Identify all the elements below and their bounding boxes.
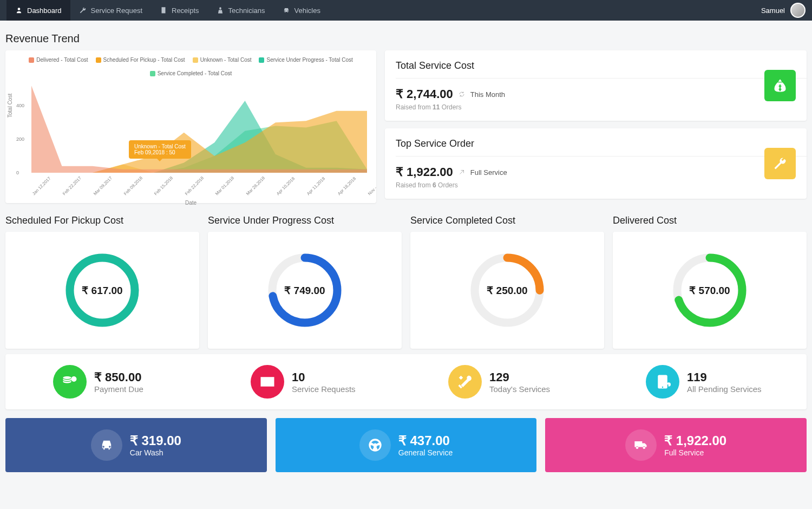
nav-left: DashboardService RequestReceiptsTechnici… [6, 0, 329, 21]
tile-car-wash[interactable]: ₹ 319.00Car Wash [5, 418, 267, 472]
chart-xlabel: Date [12, 200, 370, 206]
donut-block: Delivered Cost₹ 570.00 [613, 207, 807, 349]
total-service-sub: This Month [470, 90, 505, 99]
nav-vehicles[interactable]: Vehicles [274, 0, 329, 21]
tile-value: ₹ 1,922.00 [664, 433, 726, 448]
donut-value: ₹ 250.00 [470, 253, 545, 328]
donut-block: Scheduled For Pickup Cost₹ 617.00 [5, 207, 199, 349]
donut-card[interactable]: ₹ 749.00 [208, 232, 402, 349]
wrench-icon [79, 6, 87, 14]
stats-row: ₹ 850.00Payment Due10Service Requests129… [5, 354, 807, 409]
coins-icon [53, 365, 87, 399]
ytick: 200 [16, 136, 24, 142]
chart-tooltip: Unknown - Total Cost Feb 09,2018 : 50 [129, 140, 191, 159]
stat-label: All Pending Services [687, 384, 762, 394]
total-service-note: Raised from 11 Orders [396, 103, 764, 111]
badge-icon [217, 6, 224, 14]
nav-receipts[interactable]: Receipts [151, 0, 208, 21]
donut-title: Service Completed Cost [410, 215, 604, 226]
donut-value: ₹ 749.00 [267, 253, 342, 328]
mail-icon [251, 365, 284, 399]
tile-value: ₹ 319.00 [130, 433, 181, 448]
stat-service-requests[interactable]: 10Service Requests [208, 365, 406, 399]
wheel-icon [359, 429, 391, 461]
donut-value: ₹ 617.00 [65, 253, 140, 328]
legend-item[interactable]: Service Under Progress - Total Cost [259, 57, 352, 63]
donuts-row: Scheduled For Pickup Cost₹ 617.00Service… [5, 207, 807, 349]
total-service-heading: Total Service Cost [396, 60, 808, 79]
top-order-sub: Full Service [470, 168, 507, 177]
total-service-value: ₹ 2,744.00 [396, 87, 453, 101]
tile-general-service[interactable]: ₹ 437.00General Service [276, 418, 537, 472]
nav-service-request[interactable]: Service Request [70, 0, 151, 21]
user-name: Samuel [761, 6, 785, 15]
legend-item[interactable]: Delivered - Total Cost [29, 57, 88, 63]
arrow-up-right-icon [459, 169, 465, 175]
top-order-heading: Top Service Order [396, 138, 808, 156]
nav-technicians[interactable]: Technicians [208, 0, 274, 21]
donut-title: Delivered Cost [613, 215, 807, 226]
tooltip-title: Unknown - Total Cost [134, 143, 186, 149]
stat-value: 129 [489, 370, 550, 384]
donut-block: Service Completed Cost₹ 250.00 [410, 207, 604, 349]
donut-card[interactable]: ₹ 250.00 [410, 232, 604, 349]
stat-today-s-services[interactable]: 129Today's Services [406, 365, 604, 399]
total-service-card[interactable]: Total Service Cost ₹ 2,744.00 This Month… [385, 50, 807, 121]
tile-label: Full Service [664, 448, 726, 457]
stat-all-pending-services[interactable]: 119All Pending Services [604, 365, 801, 399]
money-bag-icon [764, 70, 796, 101]
top-order-note: Raised from 6 Orders [396, 181, 764, 189]
tile-label: General Service [398, 448, 453, 457]
device-icon [646, 365, 679, 399]
ytick: 400 [16, 103, 24, 108]
person-icon [15, 6, 23, 14]
top-order-card[interactable]: Top Service Order ₹ 1,922.00 Full Servic… [385, 128, 807, 199]
donut-card[interactable]: ₹ 570.00 [613, 232, 807, 349]
stat-value: 10 [292, 370, 356, 384]
car-icon [283, 6, 290, 14]
nav-user[interactable]: Samuel [761, 3, 806, 18]
donut-title: Service Under Progress Cost [208, 215, 402, 226]
revenue-chart-card: Delivered - Total CostScheduled For Pick… [5, 50, 376, 203]
tile-full-service[interactable]: ₹ 1,922.00Full Service [545, 418, 807, 472]
area-chart-svg [31, 81, 367, 173]
nav-dashboard[interactable]: Dashboard [6, 0, 70, 21]
tile-value: ₹ 437.00 [398, 433, 453, 448]
donut-title: Scheduled For Pickup Cost [5, 215, 199, 226]
stat-value: ₹ 850.00 [94, 370, 143, 384]
top-order-value: ₹ 1,922.00 [396, 165, 453, 179]
refresh-icon [459, 91, 465, 97]
legend-item[interactable]: Unknown - Total Cost [193, 57, 252, 63]
donut-block: Service Under Progress Cost₹ 749.00 [208, 207, 402, 349]
donut-card[interactable]: ₹ 617.00 [5, 232, 199, 349]
chart-area[interactable]: Unknown - Total Cost Feb 09,2018 : 50 02… [31, 81, 370, 173]
truck-icon [625, 429, 657, 461]
chart-ylabel: Total Cost [7, 94, 13, 118]
stat-value: 119 [687, 370, 762, 384]
stat-payment-due[interactable]: ₹ 850.00Payment Due [11, 365, 208, 399]
revenue-title: Revenue Trend [5, 32, 807, 45]
tile-label: Car Wash [130, 448, 181, 457]
chart-legend: Delivered - Total CostScheduled For Pick… [12, 57, 370, 76]
legend-item[interactable]: Service Completed - Total Cost [150, 70, 232, 76]
bottom-tiles: ₹ 319.00Car Wash₹ 437.00General Service₹… [5, 418, 807, 472]
ytick: 0 [16, 170, 19, 175]
avatar[interactable] [790, 3, 806, 18]
tooltip-line: Feb 09,2018 : 50 [134, 149, 186, 155]
donut-value: ₹ 570.00 [672, 253, 747, 328]
stat-label: Today's Services [489, 384, 550, 394]
car-icon [91, 429, 122, 461]
stat-label: Service Requests [292, 384, 356, 394]
wrench-icon [764, 148, 796, 179]
stat-label: Payment Due [94, 384, 143, 394]
receipt-icon [160, 6, 167, 14]
legend-item[interactable]: Scheduled For Pickup - Total Cost [96, 57, 185, 63]
top-nav: DashboardService RequestReceiptsTechnici… [0, 0, 812, 21]
tools-icon [448, 365, 482, 399]
